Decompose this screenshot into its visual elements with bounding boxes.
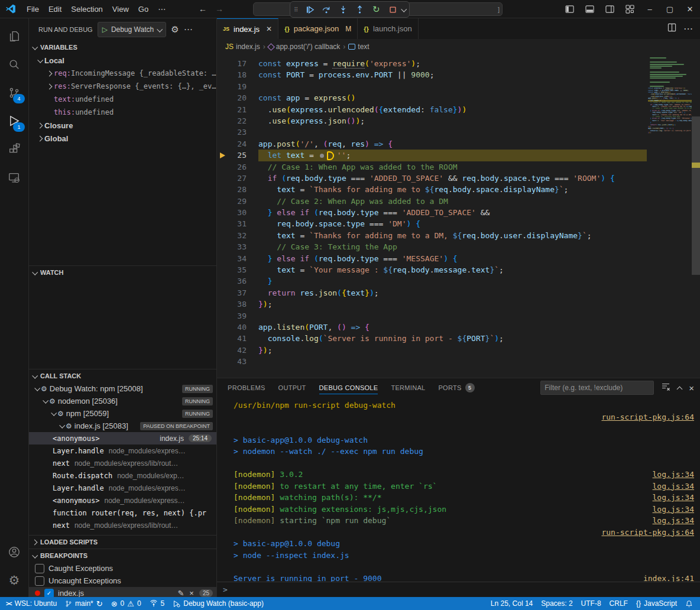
breakpoint-gutter[interactable]	[217, 298, 228, 310]
sidebar-item-search[interactable]	[0, 50, 28, 79]
variables-pane-header[interactable]: VARIABLES	[29, 41, 216, 54]
breakpoint-gutter[interactable]	[217, 173, 228, 184]
breakpoint-gutter[interactable]	[217, 322, 228, 333]
settings-gear-icon[interactable]: ⚙	[0, 566, 28, 595]
problems-status[interactable]: ⊗ 0 ⚠ 0	[107, 597, 145, 610]
panel-tab-ports[interactable]: PORTS5	[438, 378, 474, 397]
edit-breakpoint-icon[interactable]: ✎	[177, 589, 184, 597]
breakpoint-gutter[interactable]	[217, 253, 228, 264]
source-link[interactable]: log.js:34	[653, 504, 694, 515]
remote-indicator[interactable]: >< WSL: Ubuntu	[0, 597, 61, 610]
code-line[interactable]: 31 req.body.space.type === 'DM') {	[217, 218, 647, 229]
account-icon[interactable]	[0, 538, 28, 566]
debug-settings-gear-icon[interactable]: ⚙	[171, 24, 179, 35]
toggle-secondary-sidebar-icon[interactable]	[599, 0, 620, 18]
maximize-button[interactable]: ▢	[660, 0, 680, 18]
breakpoint-gutter[interactable]	[217, 310, 228, 322]
variable-row[interactable]: this: undefined	[29, 106, 216, 119]
maximize-panel-icon[interactable]	[677, 386, 683, 392]
code-line[interactable]: 40app.listen(PORT, () => {	[217, 322, 647, 333]
step-out-button[interactable]	[354, 4, 365, 15]
indentation-status[interactable]: Spaces: 2	[537, 597, 576, 610]
debug-console-output[interactable]: /usr/bin/npm run-script debug-watchrun-s…	[217, 397, 700, 582]
source-link[interactable]: log.js:34	[653, 469, 694, 481]
code-line[interactable]: 17const express = require('express');	[217, 58, 647, 69]
panel-tab-debug-console[interactable]: DEBUG CONSOLE	[319, 378, 378, 397]
call-stack-frame[interactable]: <anonymous>index.js25:14	[29, 432, 216, 444]
variables-scope-row[interactable]: Global	[29, 132, 216, 145]
breakpoint-gutter[interactable]	[217, 218, 228, 229]
variables-scope-row[interactable]: Closure	[29, 119, 216, 132]
breakpoint-row[interactable]: Caught Exceptions	[29, 562, 216, 575]
breakpoint-gutter[interactable]	[217, 241, 228, 252]
breakpoint-gutter[interactable]	[217, 356, 228, 367]
stop-dropdown-icon[interactable]	[401, 6, 407, 12]
customize-layout-icon[interactable]	[620, 0, 640, 18]
breadcrumb-item[interactable]: JSindex.js	[225, 43, 260, 51]
breakpoints-pane-header[interactable]: BREAKPOINTS	[29, 549, 216, 562]
code-line[interactable]: 22 .use(express.json());	[217, 115, 647, 126]
sidebar-item-run-and-debug[interactable]: 1	[0, 107, 28, 135]
launch-configuration-dropdown[interactable]: ▷ Debug Watch	[98, 22, 167, 37]
debug-console-input[interactable]: >	[217, 582, 700, 597]
code-line[interactable]: 24app.post('/', (req, res) => {	[217, 138, 647, 150]
code-line[interactable]: 32 text = `Thanks for adding me to a DM,…	[217, 230, 647, 241]
call-stack-frame[interactable]: Route.dispatchnode_modules/exp…	[29, 469, 216, 482]
code-line[interactable]: 28 text = `Thanks for adding me to ${req…	[217, 184, 647, 195]
source-link[interactable]: log.js:34	[653, 492, 694, 504]
breakpoint-gutter[interactable]	[217, 126, 228, 138]
breakpoint-gutter[interactable]	[217, 81, 228, 92]
step-into-button[interactable]	[338, 4, 348, 15]
toggle-panel-icon[interactable]	[579, 0, 599, 18]
call-stack-frame[interactable]: Layer.handlenode_modules/expres…	[29, 444, 216, 457]
close-button[interactable]: ✕	[680, 0, 700, 18]
code-line[interactable]: 34 } else if (req.body.type === 'MESSAGE…	[217, 253, 647, 264]
stop-button[interactable]	[387, 4, 398, 15]
source-link[interactable]: log.js:34	[653, 481, 694, 492]
breakpoint-checkbox[interactable]	[35, 564, 44, 573]
tab-launch.json[interactable]: {}launch.json	[358, 18, 418, 39]
call-stack-frame[interactable]: Layer.handlenode_modules/expres…	[29, 482, 216, 494]
code-editor[interactable]: 17const express = require('express');18c…	[217, 54, 700, 378]
watch-pane-header[interactable]: WATCH	[29, 266, 216, 279]
tab-index.js[interactable]: JSindex.js✕	[217, 18, 278, 39]
breakpoint-gutter[interactable]	[217, 58, 228, 69]
restart-button[interactable]: ↻	[371, 4, 381, 15]
editor-scrollbar[interactable]	[692, 54, 700, 378]
go-back-icon[interactable]: ←	[199, 4, 207, 14]
panel-tab-problems[interactable]: PROBLEMS	[228, 378, 265, 397]
menu-item-edit[interactable]: Edit	[44, 3, 66, 15]
code-line[interactable]: 33 // Case 3: Texting the App	[217, 241, 647, 252]
panel-tab-output[interactable]: OUTPUT	[278, 378, 306, 397]
breadcrumb-item[interactable]: text	[348, 43, 369, 51]
toggle-primary-sidebar-icon[interactable]	[559, 0, 579, 18]
breadcrumb-item[interactable]: app.post('/') callback	[268, 43, 341, 51]
debug-session-row[interactable]: ⚙nodemon [25036]RUNNING	[29, 395, 216, 407]
breakpoint-gutter[interactable]	[217, 333, 228, 344]
breakpoint-gutter[interactable]	[217, 264, 228, 275]
start-debugging-icon[interactable]: ▷	[102, 25, 108, 34]
close-panel-icon[interactable]: ×	[689, 383, 694, 393]
split-editor-icon[interactable]	[667, 23, 676, 34]
sidebar-item-extensions[interactable]	[0, 135, 28, 164]
code-line[interactable]: 38});	[217, 298, 647, 310]
menu-item-more[interactable]: ⋯	[153, 3, 170, 15]
variable-row[interactable]: text: undefined	[29, 93, 216, 106]
variables-scope-row[interactable]: Local	[29, 54, 216, 67]
source-link[interactable]: run-script-pkg.js:64	[601, 527, 694, 538]
sidebar-item-source-control[interactable]: 4	[0, 79, 28, 107]
code-line[interactable]: 19	[217, 81, 647, 92]
code-line[interactable]: 30 } else if (req.body.type === 'ADDED_T…	[217, 207, 647, 218]
code-line[interactable]: 43	[217, 356, 647, 367]
debug-session-row[interactable]: ⚙Debug Watch: npm [25008]RUNNING	[29, 382, 216, 395]
code-line[interactable]: 27 if (req.body.type === 'ADDED_TO_SPACE…	[217, 173, 647, 184]
encoding-status[interactable]: UTF-8	[577, 597, 605, 610]
code-line[interactable]: 36 }	[217, 275, 647, 287]
debug-session-status[interactable]: Debug Watch (basic-app)	[168, 597, 268, 610]
remove-breakpoint-icon[interactable]: ×	[189, 589, 194, 597]
sidebar-item-remote-explorer[interactable]	[0, 164, 28, 192]
call-stack-frame[interactable]: <anonymous>node_modules/express…	[29, 494, 216, 507]
tab-package.json[interactable]: {}package.jsonM	[278, 18, 358, 39]
close-tab-icon[interactable]: ✕	[266, 25, 272, 33]
source-link[interactable]: run-script-pkg.js:64	[601, 411, 694, 423]
